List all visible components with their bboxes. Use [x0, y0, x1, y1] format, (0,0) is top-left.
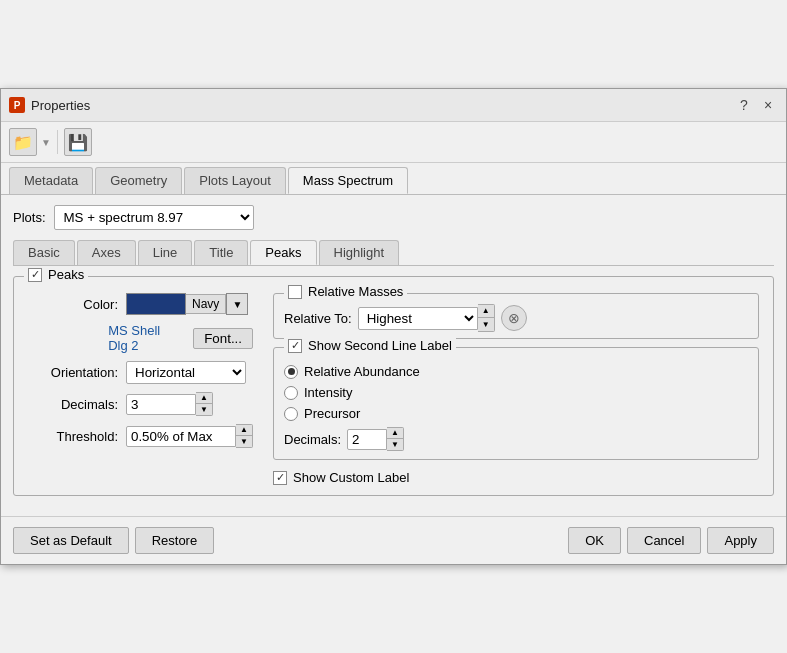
save-icon: 💾	[68, 133, 88, 152]
peaks-checkbox[interactable]	[28, 268, 42, 282]
second-line-decimals-spinner: ▲ ▼	[347, 427, 404, 451]
color-dropdown-button[interactable]: ▼	[226, 293, 248, 315]
second-line-decimals-up[interactable]: ▲	[387, 428, 403, 439]
set-as-default-button[interactable]: Set as Default	[13, 527, 129, 554]
peaks-group: Peaks Color: Navy ▼	[13, 276, 774, 496]
orientation-select[interactable]: Horizontal	[126, 361, 246, 384]
relative-to-up-button[interactable]: ▲	[478, 305, 494, 318]
second-line-decimals-input[interactable]	[347, 429, 387, 450]
sub-tab-bar: Basic Axes Line Title Peaks Highlight	[13, 240, 774, 266]
relative-to-spinner-buttons: ▲ ▼	[478, 304, 495, 332]
second-line-decimals-row: Decimals: ▲ ▼	[284, 427, 748, 451]
peaks-inner-content: Color: Navy ▼ MS Shell Dlg 2 Font...	[28, 293, 759, 485]
relative-masses-group: Relative Masses Relative To: Highest ▲ ▼	[273, 293, 759, 339]
main-tab-bar: Metadata Geometry Plots Layout Mass Spec…	[1, 163, 786, 195]
bottom-bar: Set as Default Restore OK Cancel Apply	[1, 516, 786, 564]
second-line-options: Relative Abundance Intensity Precursor	[284, 364, 748, 451]
threshold-label: Threshold:	[28, 429, 118, 444]
help-button[interactable]: ?	[734, 95, 754, 115]
cancel-button[interactable]: Cancel	[627, 527, 701, 554]
relative-masses-label: Relative Masses	[308, 284, 403, 299]
toolbar: 📁 ▼ 💾	[1, 122, 786, 163]
threshold-spinner-buttons: ▲ ▼	[236, 424, 253, 448]
right-panel: Relative Masses Relative To: Highest ▲ ▼	[273, 293, 759, 485]
relative-to-down-button[interactable]: ▼	[478, 318, 494, 331]
title-bar: P Properties ? ×	[1, 89, 786, 122]
radio-precursor-input[interactable]	[284, 407, 298, 421]
custom-label-row: Show Custom Label	[273, 470, 759, 485]
save-button[interactable]: 💾	[64, 128, 92, 156]
plots-label: Plots:	[13, 210, 46, 225]
color-row: Color: Navy ▼	[28, 293, 253, 315]
apply-button[interactable]: Apply	[707, 527, 774, 554]
sub-tab-highlight[interactable]: Highlight	[319, 240, 400, 265]
color-name: Navy	[186, 294, 226, 314]
radio-precursor: Precursor	[284, 406, 748, 421]
clear-button[interactable]: ⊗	[501, 305, 527, 331]
sub-tab-peaks[interactable]: Peaks	[250, 240, 316, 265]
decimals-row: Decimals: ▲ ▼	[28, 392, 253, 416]
orientation-label: Orientation:	[28, 365, 118, 380]
decimals-spinner-buttons: ▲ ▼	[196, 392, 213, 416]
title-bar-left: P Properties	[9, 97, 90, 113]
bottom-left-buttons: Set as Default Restore	[13, 527, 214, 554]
second-line-legend: Show Second Line Label	[284, 338, 456, 353]
decimals-input[interactable]	[126, 394, 196, 415]
ok-button[interactable]: OK	[568, 527, 621, 554]
color-label: Color:	[28, 297, 118, 312]
folder-dropdown[interactable]: ▼	[41, 137, 51, 148]
radio-intensity: Intensity	[284, 385, 748, 400]
threshold-input[interactable]	[126, 426, 236, 447]
dialog: P Properties ? × 📁 ▼ 💾 Metadata Geometry…	[0, 88, 787, 565]
second-line-decimals-buttons: ▲ ▼	[387, 427, 404, 451]
radio-precursor-label: Precursor	[304, 406, 360, 421]
restore-button[interactable]: Restore	[135, 527, 215, 554]
radio-relative-abundance-label: Relative Abundance	[304, 364, 420, 379]
font-button[interactable]: Font...	[193, 328, 253, 349]
decimals-label: Decimals:	[28, 397, 118, 412]
second-line-decimals-label: Decimals:	[284, 432, 341, 447]
peaks-legend: Peaks	[24, 267, 88, 282]
second-line-decimals-down[interactable]: ▼	[387, 439, 403, 450]
radio-relative-abundance-input[interactable]	[284, 365, 298, 379]
relative-masses-checkbox[interactable]	[288, 285, 302, 299]
relative-to-group: Highest ▲ ▼	[358, 304, 495, 332]
plots-select[interactable]: MS + spectrum 8.97	[54, 205, 254, 230]
folder-button[interactable]: 📁	[9, 128, 37, 156]
relative-to-select[interactable]: Highest	[358, 307, 478, 330]
threshold-spinner: ▲ ▼	[126, 424, 253, 448]
second-line-group: Show Second Line Label Relative Abundanc…	[273, 347, 759, 460]
tab-mass-spectrum[interactable]: Mass Spectrum	[288, 167, 408, 194]
relative-masses-legend: Relative Masses	[284, 284, 407, 299]
font-row: MS Shell Dlg 2 Font...	[28, 323, 253, 353]
left-panel: Color: Navy ▼ MS Shell Dlg 2 Font...	[28, 293, 253, 485]
sub-tab-title[interactable]: Title	[194, 240, 248, 265]
decimals-down-button[interactable]: ▼	[196, 404, 212, 415]
tab-metadata[interactable]: Metadata	[9, 167, 93, 194]
decimals-up-button[interactable]: ▲	[196, 393, 212, 404]
content-area: Plots: MS + spectrum 8.97 Basic Axes Lin…	[1, 195, 786, 506]
sub-tab-axes[interactable]: Axes	[77, 240, 136, 265]
peaks-legend-label: Peaks	[48, 267, 84, 282]
threshold-row: Threshold: ▲ ▼	[28, 424, 253, 448]
orientation-row: Orientation: Horizontal	[28, 361, 253, 384]
title-bar-controls: ? ×	[734, 95, 778, 115]
toolbar-divider	[57, 130, 58, 154]
sub-tab-basic[interactable]: Basic	[13, 240, 75, 265]
bottom-right-buttons: OK Cancel Apply	[568, 527, 774, 554]
color-swatch[interactable]	[126, 293, 186, 315]
close-button[interactable]: ×	[758, 95, 778, 115]
radio-intensity-input[interactable]	[284, 386, 298, 400]
tab-plots-layout[interactable]: Plots Layout	[184, 167, 286, 194]
threshold-down-button[interactable]: ▼	[236, 436, 252, 447]
color-picker-group: Navy ▼	[126, 293, 248, 315]
custom-label-checkbox[interactable]	[273, 471, 287, 485]
app-icon: P	[9, 97, 25, 113]
font-link[interactable]: MS Shell Dlg 2	[108, 323, 177, 353]
tab-geometry[interactable]: Geometry	[95, 167, 182, 194]
sub-tab-line[interactable]: Line	[138, 240, 193, 265]
relative-to-label: Relative To:	[284, 311, 352, 326]
second-line-checkbox[interactable]	[288, 339, 302, 353]
radio-relative-abundance: Relative Abundance	[284, 364, 748, 379]
threshold-up-button[interactable]: ▲	[236, 425, 252, 436]
